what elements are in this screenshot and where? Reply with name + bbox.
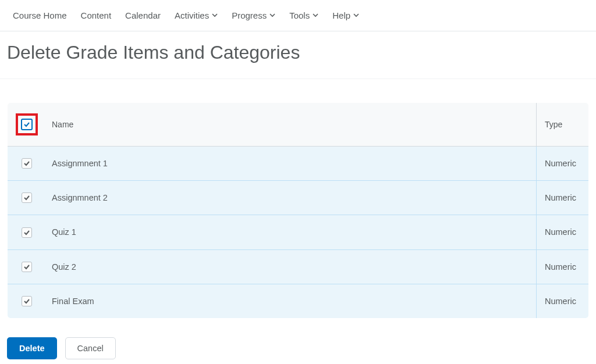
select-all-checkbox[interactable] [21,119,33,130]
row-type: Numeric [537,249,589,284]
chevron-down-icon [212,12,218,20]
nav-item-help[interactable]: Help [327,6,365,25]
nav-label: Activities [175,10,209,20]
nav-item-calendar[interactable]: Calendar [119,6,166,25]
nav-item-course-home[interactable]: Course Home [7,6,73,25]
nav-label: Tools [289,10,310,20]
nav-label: Course Home [13,10,67,20]
row-checkbox[interactable] [22,296,32,306]
row-type: Numeric [537,284,589,318]
delete-button[interactable]: Delete [7,337,57,359]
nav-item-activities[interactable]: Activities [169,6,224,25]
row-checkbox[interactable] [22,158,32,169]
page-title: Delete Grade Items and Categories [7,42,589,63]
row-checkbox[interactable] [22,227,32,238]
row-name: Quiz 1 [44,215,537,249]
nav-label: Progress [232,10,267,20]
chevron-down-icon [353,12,359,20]
grade-items-table: Name Type Assignmnent 1 Numeric [7,102,589,319]
grade-items-table-wrap: Name Type Assignmnent 1 Numeric [7,102,589,319]
row-name: Assignmnent 1 [44,147,537,181]
header-type: Type [537,103,589,147]
highlight-annotation [16,113,38,135]
chevron-down-icon [269,12,275,20]
row-checkbox[interactable] [22,192,32,203]
course-navbar: Course Home Content Calendar Activities … [0,0,596,31]
row-type: Numeric [537,181,589,215]
row-type: Numeric [537,147,589,181]
row-name: Assignmnent 2 [44,181,537,215]
row-name: Final Exam [44,284,537,318]
nav-label: Help [332,10,350,20]
action-buttons: Delete Cancel [0,319,596,364]
nav-item-content[interactable]: Content [75,6,118,25]
chevron-down-icon [313,12,318,20]
page-header: Delete Grade Items and Categories [0,31,596,79]
nav-item-progress[interactable]: Progress [226,6,281,25]
row-checkbox[interactable] [22,262,32,272]
row-type: Numeric [537,215,589,249]
table-header-row: Name Type [8,103,589,147]
row-name: Quiz 2 [44,249,537,284]
table-row: Assignmnent 1 Numeric [8,147,589,181]
header-select-all-cell [8,103,44,147]
nav-label: Content [81,10,112,20]
nav-label: Calendar [125,10,161,20]
header-name: Name [44,103,537,147]
nav-item-tools[interactable]: Tools [283,6,324,25]
table-row: Quiz 1 Numeric [8,215,589,249]
table-row: Final Exam Numeric [8,284,589,318]
table-row: Assignmnent 2 Numeric [8,181,589,215]
cancel-button[interactable]: Cancel [65,337,116,359]
table-row: Quiz 2 Numeric [8,249,589,284]
